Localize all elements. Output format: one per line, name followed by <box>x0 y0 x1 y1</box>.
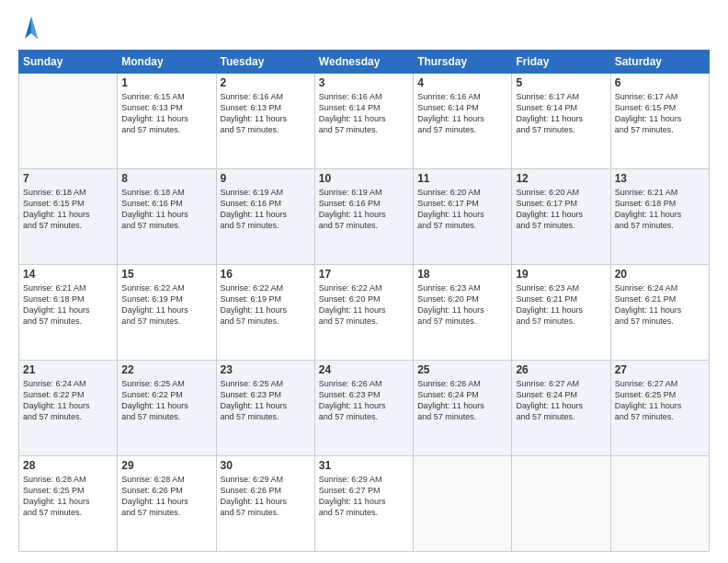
day-cell: 5Sunrise: 6:17 AM Sunset: 6:14 PM Daylig… <box>512 74 610 169</box>
day-cell: 10Sunrise: 6:19 AM Sunset: 6:16 PM Dayli… <box>314 169 413 265</box>
day-number: 17 <box>319 268 409 281</box>
day-info: Sunrise: 6:24 AM Sunset: 6:21 PM Dayligh… <box>615 282 705 327</box>
day-cell: 9Sunrise: 6:19 AM Sunset: 6:16 PM Daylig… <box>216 169 314 265</box>
day-number: 5 <box>516 76 606 89</box>
day-header-sunday: Sunday <box>19 51 118 74</box>
header <box>18 15 710 40</box>
day-number: 24 <box>319 363 409 376</box>
day-number: 26 <box>516 363 606 376</box>
day-number: 10 <box>319 172 409 185</box>
day-number: 23 <box>221 363 311 376</box>
day-info: Sunrise: 6:17 AM Sunset: 6:15 PM Dayligh… <box>615 91 705 136</box>
day-cell: 2Sunrise: 6:16 AM Sunset: 6:13 PM Daylig… <box>216 74 314 169</box>
day-info: Sunrise: 6:27 AM Sunset: 6:24 PM Dayligh… <box>516 378 606 423</box>
week-row: 7Sunrise: 6:18 AM Sunset: 6:15 PM Daylig… <box>19 169 710 265</box>
day-info: Sunrise: 6:23 AM Sunset: 6:21 PM Dayligh… <box>516 282 606 327</box>
day-cell <box>512 456 610 552</box>
day-info: Sunrise: 6:22 AM Sunset: 6:19 PM Dayligh… <box>221 282 311 327</box>
day-info: Sunrise: 6:25 AM Sunset: 6:23 PM Dayligh… <box>221 378 311 423</box>
day-info: Sunrise: 6:24 AM Sunset: 6:22 PM Dayligh… <box>23 378 113 423</box>
day-number: 1 <box>121 76 211 89</box>
day-cell: 21Sunrise: 6:24 AM Sunset: 6:22 PM Dayli… <box>19 361 118 456</box>
day-number: 6 <box>615 76 705 89</box>
logo <box>18 18 41 40</box>
day-info: Sunrise: 6:28 AM Sunset: 6:25 PM Dayligh… <box>23 474 113 519</box>
day-cell: 22Sunrise: 6:25 AM Sunset: 6:22 PM Dayli… <box>118 361 216 456</box>
day-info: Sunrise: 6:20 AM Sunset: 6:17 PM Dayligh… <box>417 187 507 232</box>
day-cell: 25Sunrise: 6:26 AM Sunset: 6:24 PM Dayli… <box>414 361 512 456</box>
day-number: 11 <box>417 172 507 185</box>
day-number: 3 <box>319 76 409 89</box>
day-header-wednesday: Wednesday <box>314 51 413 74</box>
day-number: 28 <box>23 459 113 472</box>
day-cell <box>610 456 709 552</box>
day-info: Sunrise: 6:16 AM Sunset: 6:14 PM Dayligh… <box>417 91 507 136</box>
day-info: Sunrise: 6:26 AM Sunset: 6:24 PM Dayligh… <box>417 378 507 423</box>
day-cell: 1Sunrise: 6:15 AM Sunset: 6:13 PM Daylig… <box>118 74 216 169</box>
day-cell: 3Sunrise: 6:16 AM Sunset: 6:14 PM Daylig… <box>314 74 413 169</box>
week-row: 14Sunrise: 6:21 AM Sunset: 6:18 PM Dayli… <box>19 265 710 361</box>
day-info: Sunrise: 6:19 AM Sunset: 6:16 PM Dayligh… <box>221 187 311 232</box>
week-row: 21Sunrise: 6:24 AM Sunset: 6:22 PM Dayli… <box>19 361 710 456</box>
day-cell: 15Sunrise: 6:22 AM Sunset: 6:19 PM Dayli… <box>118 265 216 361</box>
day-number: 31 <box>319 459 409 472</box>
day-cell: 20Sunrise: 6:24 AM Sunset: 6:21 PM Dayli… <box>610 265 709 361</box>
day-header-monday: Monday <box>118 51 216 74</box>
day-info: Sunrise: 6:17 AM Sunset: 6:14 PM Dayligh… <box>516 91 606 136</box>
day-info: Sunrise: 6:22 AM Sunset: 6:19 PM Dayligh… <box>121 282 211 327</box>
day-cell: 27Sunrise: 6:27 AM Sunset: 6:25 PM Dayli… <box>610 361 709 456</box>
day-cell <box>19 74 118 169</box>
day-cell: 16Sunrise: 6:22 AM Sunset: 6:19 PM Dayli… <box>216 265 314 361</box>
day-cell: 14Sunrise: 6:21 AM Sunset: 6:18 PM Dayli… <box>19 265 118 361</box>
day-number: 16 <box>221 268 311 281</box>
day-info: Sunrise: 6:25 AM Sunset: 6:22 PM Dayligh… <box>121 378 211 423</box>
svg-marker-1 <box>31 17 38 39</box>
day-number: 18 <box>417 268 507 281</box>
day-info: Sunrise: 6:15 AM Sunset: 6:13 PM Dayligh… <box>121 91 211 136</box>
page: SundayMondayTuesdayWednesdayThursdayFrid… <box>0 0 728 563</box>
day-number: 27 <box>615 363 705 376</box>
day-number: 9 <box>221 172 311 185</box>
day-number: 2 <box>221 76 311 89</box>
day-number: 19 <box>516 268 606 281</box>
day-info: Sunrise: 6:23 AM Sunset: 6:20 PM Dayligh… <box>417 282 507 327</box>
day-cell: 4Sunrise: 6:16 AM Sunset: 6:14 PM Daylig… <box>414 74 512 169</box>
day-cell: 30Sunrise: 6:29 AM Sunset: 6:26 PM Dayli… <box>216 456 314 552</box>
day-info: Sunrise: 6:29 AM Sunset: 6:26 PM Dayligh… <box>221 474 311 519</box>
day-info: Sunrise: 6:29 AM Sunset: 6:27 PM Dayligh… <box>319 474 409 519</box>
day-info: Sunrise: 6:20 AM Sunset: 6:17 PM Dayligh… <box>516 187 606 232</box>
day-number: 8 <box>121 172 211 185</box>
day-number: 21 <box>23 363 113 376</box>
day-number: 25 <box>417 363 507 376</box>
day-cell: 13Sunrise: 6:21 AM Sunset: 6:18 PM Dayli… <box>610 169 709 265</box>
day-cell: 11Sunrise: 6:20 AM Sunset: 6:17 PM Dayli… <box>414 169 512 265</box>
day-cell: 18Sunrise: 6:23 AM Sunset: 6:20 PM Dayli… <box>414 265 512 361</box>
day-info: Sunrise: 6:28 AM Sunset: 6:26 PM Dayligh… <box>121 474 211 519</box>
day-header-friday: Friday <box>512 51 610 74</box>
day-info: Sunrise: 6:22 AM Sunset: 6:20 PM Dayligh… <box>319 282 409 327</box>
day-cell: 31Sunrise: 6:29 AM Sunset: 6:27 PM Dayli… <box>314 456 413 552</box>
day-cell: 7Sunrise: 6:18 AM Sunset: 6:15 PM Daylig… <box>19 169 118 265</box>
day-info: Sunrise: 6:21 AM Sunset: 6:18 PM Dayligh… <box>23 282 113 327</box>
day-header-thursday: Thursday <box>414 51 512 74</box>
day-cell: 29Sunrise: 6:28 AM Sunset: 6:26 PM Dayli… <box>118 456 216 552</box>
day-header-saturday: Saturday <box>610 51 709 74</box>
day-number: 13 <box>615 172 705 185</box>
day-number: 7 <box>23 172 113 185</box>
day-info: Sunrise: 6:26 AM Sunset: 6:23 PM Dayligh… <box>319 378 409 423</box>
day-cell: 6Sunrise: 6:17 AM Sunset: 6:15 PM Daylig… <box>610 74 709 169</box>
day-cell: 17Sunrise: 6:22 AM Sunset: 6:20 PM Dayli… <box>314 265 413 361</box>
day-number: 20 <box>615 268 705 281</box>
day-info: Sunrise: 6:18 AM Sunset: 6:15 PM Dayligh… <box>23 187 113 232</box>
week-row: 1Sunrise: 6:15 AM Sunset: 6:13 PM Daylig… <box>19 74 710 169</box>
day-number: 22 <box>121 363 211 376</box>
day-cell: 28Sunrise: 6:28 AM Sunset: 6:25 PM Dayli… <box>19 456 118 552</box>
day-cell: 24Sunrise: 6:26 AM Sunset: 6:23 PM Dayli… <box>314 361 413 456</box>
day-cell: 12Sunrise: 6:20 AM Sunset: 6:17 PM Dayli… <box>512 169 610 265</box>
day-number: 4 <box>417 76 507 89</box>
day-number: 14 <box>23 268 113 281</box>
day-info: Sunrise: 6:16 AM Sunset: 6:13 PM Dayligh… <box>221 91 311 136</box>
week-row: 28Sunrise: 6:28 AM Sunset: 6:25 PM Dayli… <box>19 456 710 552</box>
day-cell: 8Sunrise: 6:18 AM Sunset: 6:16 PM Daylig… <box>118 169 216 265</box>
day-info: Sunrise: 6:18 AM Sunset: 6:16 PM Dayligh… <box>121 187 211 232</box>
